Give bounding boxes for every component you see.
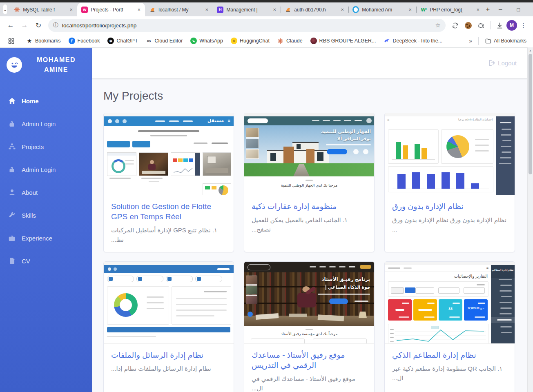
downloads-icon[interactable]	[494, 20, 505, 31]
bookmark-item[interactable]: ∞ Cloud Editor	[146, 38, 183, 44]
browser-tab[interactable]: localhost / My ×	[145, 3, 213, 16]
extension-cookie-icon[interactable]	[463, 20, 473, 31]
wampserver-icon: W	[81, 7, 88, 13]
logout-icon	[488, 60, 495, 66]
project-card-body: Solution de Gestion de Flotte GPS en Tem…	[104, 195, 234, 252]
project-title-link[interactable]: منظومة إدارة عقارات ذكية	[252, 201, 367, 212]
tab-strip: ⌄ MySQL Table f × W Projects - Portf × l…	[0, 2, 533, 16]
extensions-puzzle-icon[interactable]	[476, 20, 486, 31]
star-icon: ★	[26, 38, 33, 44]
bookmark-item[interactable]: Claude	[277, 38, 303, 44]
page-content: MOHAMED AMINE Home Admin Login Projects	[0, 48, 533, 392]
reload-button[interactable]: ↻	[32, 19, 45, 32]
main-column: Logout My Projects مستقل ≡	[92, 48, 533, 392]
sidebar-nav: Home Admin Login Projects Admin Login Ab…	[0, 80, 92, 272]
sidebar-item-cv[interactable]: CV	[0, 249, 92, 272]
phpmyadmin-icon	[285, 7, 291, 13]
tab-close-icon[interactable]: ×	[68, 7, 74, 13]
all-bookmarks-button[interactable]: All Bookmarks	[485, 38, 526, 44]
sidebar-item-about[interactable]: About	[0, 181, 92, 204]
rafiq-headline: برنامج رفيـق الأستاذ	[321, 276, 370, 282]
tab-close-icon[interactable]: ×	[271, 7, 278, 13]
logout-button[interactable]: Logout	[488, 60, 517, 67]
sidebar-item-skills[interactable]: Skills	[0, 204, 92, 227]
back-button[interactable]: ←	[4, 19, 17, 32]
sidebar-brand[interactable]: MOHAMED AMINE	[0, 48, 92, 80]
sidebar-item-admin-login[interactable]: Admin Login	[0, 112, 92, 135]
tab-close-icon[interactable]: ×	[203, 7, 210, 13]
file-icon	[8, 258, 16, 264]
sidebar-item-admin-login-2[interactable]: Admin Login	[0, 158, 92, 181]
lock-icon	[8, 166, 16, 173]
project-thumbnail-mostaql: مستقل ≡	[104, 113, 234, 195]
chrome-menu-icon[interactable]: ⋮	[518, 22, 529, 29]
bookmark-item[interactable]: ∗ ChatGPT	[107, 38, 138, 44]
browser-window: ⌄ MySQL Table f × W Projects - Portf × l…	[0, 0, 533, 392]
tab-close-icon[interactable]: ×	[475, 7, 481, 13]
sidebar-item-home[interactable]: Home	[0, 89, 92, 112]
sidebar-item-projects[interactable]: Projects	[0, 135, 92, 158]
forward-button[interactable]: →	[18, 19, 31, 32]
bookmark-item[interactable]: HuggingChat	[231, 38, 270, 44]
project-card[interactable]: الجهاز الوطني للتنمية نوفر المرافق ألا م…	[244, 113, 375, 252]
chatgpt-icon: ∗	[107, 38, 114, 44]
restaurant-sidebar-title: نظام إدارة المطاعم	[491, 265, 515, 278]
bookmarks-overflow-chevron[interactable]: »	[469, 38, 472, 44]
sidebar: MOHAMED AMINE Home Admin Login Projects	[0, 48, 92, 392]
site-info-icon[interactable]: ⓘ	[53, 22, 58, 29]
project-thumbnail-rafiq: برنامج رفيـق الأستاذ قوة الذكاء الصناعي	[244, 262, 374, 344]
wrench-icon	[8, 212, 16, 218]
project-description: ١. الجانب QR منظومة إدارة مطعم ذكية عبر …	[392, 364, 507, 383]
project-title-link[interactable]: موقع رفيق الأستاذ - مساعدك الرقمي في الت…	[252, 350, 367, 370]
profile-avatar[interactable]: M	[506, 20, 517, 31]
home-icon	[8, 98, 16, 104]
tab-search-button[interactable]: ⌄	[3, 4, 7, 14]
bookmark-item[interactable]: ★ Bookmarks	[26, 38, 61, 44]
scroll-up-icon[interactable]: ▲	[528, 47, 533, 53]
tab-close-icon[interactable]: ×	[407, 7, 413, 13]
url-text[interactable]: localhost/portfolio/projects.php	[62, 22, 432, 29]
project-card-body: منظومة إدارة عقارات ذكية ١. الجانب الخاص…	[244, 195, 374, 242]
browser-tab[interactable]: auth-db1790.h ×	[281, 3, 348, 16]
project-card[interactable]: مستقل ≡	[103, 113, 234, 252]
project-card-body: موقع رفيق الأستاذ - مساعدك الرقمي في الت…	[244, 344, 374, 392]
new-tab-button[interactable]: +	[486, 4, 490, 15]
tab-close-icon[interactable]: ×	[339, 7, 346, 13]
extension-recycle-icon[interactable]	[450, 20, 460, 31]
project-card[interactable]: برنامج رفيـق الأستاذ قوة الذكاء الصناعي	[244, 261, 375, 392]
close-button[interactable]: ✕	[527, 3, 533, 16]
sidebar-item-experience[interactable]: Experience	[0, 227, 92, 249]
address-bar[interactable]: ⓘ localhost/portfolio/projects.php ☆	[48, 19, 446, 32]
project-card[interactable]: نظام إدارة الرسائل والملفات نظام إدارة ا…	[103, 261, 234, 392]
brand-name: MOHAMED AMINE	[27, 55, 85, 75]
paperless-header: مرحبا admin | إحصائيات النظام	[458, 118, 493, 121]
wink-face-icon	[7, 57, 22, 73]
browser-tab[interactable]: MySQL Table f ×	[9, 3, 77, 16]
bookmark-item[interactable]: WhatsApp	[190, 38, 223, 44]
tab-close-icon[interactable]: ×	[136, 7, 142, 13]
minimize-button[interactable]: ─	[491, 3, 509, 16]
browser-tab[interactable]: W³ PHP error_log( ×	[416, 3, 484, 16]
project-card[interactable]: ≡ نظام إدارة المطاعم	[384, 261, 515, 392]
scrollbar-thumb[interactable]	[529, 54, 532, 174]
page-scrollbar[interactable]: ▲	[527, 47, 533, 392]
apps-grid-icon[interactable]	[6, 36, 16, 46]
project-thumbnail-realestate: الجهاز الوطني للتنمية نوفر المرافق ألا م…	[244, 113, 374, 195]
realestate-headline: الجهاز الوطني للتنمية	[321, 129, 371, 134]
browser-tab[interactable]: Mohamed Am ×	[348, 3, 416, 16]
browser-tab-active[interactable]: W Projects - Portf ×	[77, 3, 145, 16]
project-card[interactable]: مرحبا admin | إحصائيات النظام ≡	[384, 113, 515, 252]
maximize-button[interactable]: □	[509, 3, 527, 16]
project-title-link[interactable]: Solution de Gestion de Flotte GPS en Tem…	[111, 201, 226, 222]
project-title-link[interactable]: نظام الإدارة بدون ورق	[392, 201, 507, 212]
bookmark-item[interactable]: RBS GROUPE ALGER...	[310, 38, 376, 44]
bookmark-star-icon[interactable]: ☆	[435, 22, 441, 29]
project-title-link[interactable]: نظام إدارة الرسائل والملفات	[111, 350, 226, 360]
bookmark-item[interactable]: f Facebook	[69, 38, 100, 44]
topbar: Logout	[92, 48, 533, 78]
bookmark-item[interactable]: DeepSeek - Into the...	[384, 38, 443, 44]
project-title-link[interactable]: نظام إدارة المطاعم الذكي	[392, 350, 507, 360]
browser-tab[interactable]: H Management | ×	[213, 3, 281, 16]
hugging-face-icon	[231, 38, 237, 44]
infinity-icon: ∞	[146, 38, 152, 44]
